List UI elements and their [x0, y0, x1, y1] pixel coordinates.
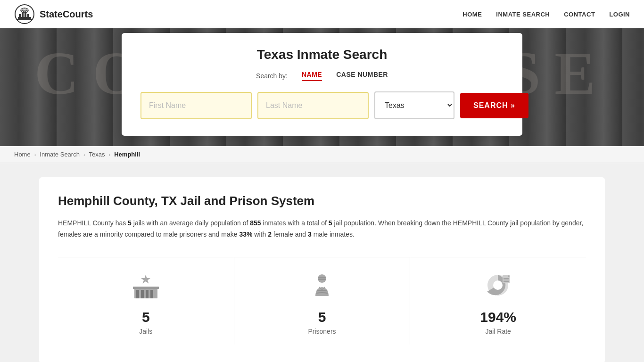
jail-icon	[129, 269, 162, 302]
stat-jail-rate: 194% Jail Rate	[410, 257, 586, 345]
search-card: Texas Inmate Search Search by: NAME CASE…	[122, 33, 522, 136]
breadcrumb-current: Hemphill	[114, 151, 140, 158]
brand-logo[interactable]: StateCourts	[14, 4, 93, 25]
brand-name: StateCourts	[40, 9, 93, 20]
female-pct: 33%	[239, 230, 252, 238]
nav-contact[interactable]: CONTACT	[564, 11, 595, 18]
female-count: 2	[268, 230, 272, 238]
county-description: HEMPHILL County has 5 jails with an aver…	[58, 218, 586, 240]
last-name-input[interactable]	[257, 92, 369, 119]
search-button[interactable]: SEARCH »	[460, 93, 528, 118]
svg-rect-6	[17, 19, 32, 20]
jails-value: 5	[142, 309, 150, 325]
jails-label: Jails	[139, 328, 152, 335]
nav-inmate-search[interactable]: INMATE SEARCH	[496, 11, 550, 18]
search-card-title: Texas Inmate Search	[140, 47, 504, 62]
avg-population: 855	[250, 219, 261, 227]
svg-rect-3	[22, 13, 24, 18]
breadcrumb-sep-1: ›	[34, 152, 36, 157]
navbar-links: HOME INMATE SEARCH CONTACT LOGIN	[462, 11, 630, 18]
breadcrumb-texas[interactable]: Texas	[89, 151, 105, 158]
search-inputs: AlabamaAlaskaArizona ArkansasCaliforniaC…	[140, 91, 504, 119]
svg-rect-5	[27, 14, 29, 18]
svg-rect-14	[150, 290, 153, 298]
breadcrumb-sep-3: ›	[109, 152, 111, 157]
svg-rect-13	[146, 290, 149, 298]
svg-rect-15	[133, 287, 159, 289]
svg-rect-2	[19, 14, 21, 18]
nav-login[interactable]: LOGIN	[609, 11, 630, 18]
main-content: Hemphill County, TX Jail and Prison Syst…	[0, 163, 644, 362]
svg-marker-16	[141, 275, 150, 284]
navbar: StateCourts HOME INMATE SEARCH CONTACT L…	[0, 0, 644, 28]
jail-rate-value: 194%	[480, 309, 516, 325]
content-card: Hemphill County, TX Jail and Prison Syst…	[39, 177, 605, 362]
brand-icon	[14, 4, 35, 25]
stat-jails: 5 Jails	[58, 257, 234, 345]
prisoners-value: 5	[318, 309, 326, 325]
svg-rect-18	[318, 277, 326, 278]
tab-name[interactable]: NAME	[302, 71, 322, 81]
state-select[interactable]: AlabamaAlaskaArizona ArkansasCaliforniaC…	[374, 91, 454, 119]
nav-home[interactable]: HOME	[462, 11, 482, 18]
jail-rate-icon	[482, 269, 515, 302]
breadcrumb-sep-2: ›	[83, 152, 85, 157]
jail-rate-label: Jail Rate	[485, 328, 511, 335]
county-title: Hemphill County, TX Jail and Prison Syst…	[58, 194, 586, 208]
tab-case-number[interactable]: CASE NUMBER	[336, 71, 388, 81]
first-name-input[interactable]	[140, 92, 252, 119]
male-count: 3	[308, 230, 312, 238]
prisoner-icon	[305, 269, 339, 302]
prisoners-label: Prisoners	[308, 328, 336, 335]
svg-rect-12	[141, 290, 144, 298]
breadcrumb: Home › Inmate Search › Texas › Hemphill	[0, 146, 644, 163]
jails-count: 5	[128, 219, 132, 227]
search-by-label: Search by:	[256, 72, 288, 80]
total-population: 5	[329, 219, 332, 227]
breadcrumb-inmate-search[interactable]: Inmate Search	[40, 151, 80, 158]
svg-point-21	[493, 280, 503, 290]
breadcrumb-home[interactable]: Home	[14, 151, 31, 158]
svg-rect-11	[136, 290, 139, 298]
search-tabs: Search by: NAME CASE NUMBER	[140, 71, 504, 81]
stat-prisoners: 5 Prisoners	[234, 257, 411, 345]
stats-row: 5 Jails	[58, 257, 586, 345]
svg-rect-19	[318, 279, 326, 280]
